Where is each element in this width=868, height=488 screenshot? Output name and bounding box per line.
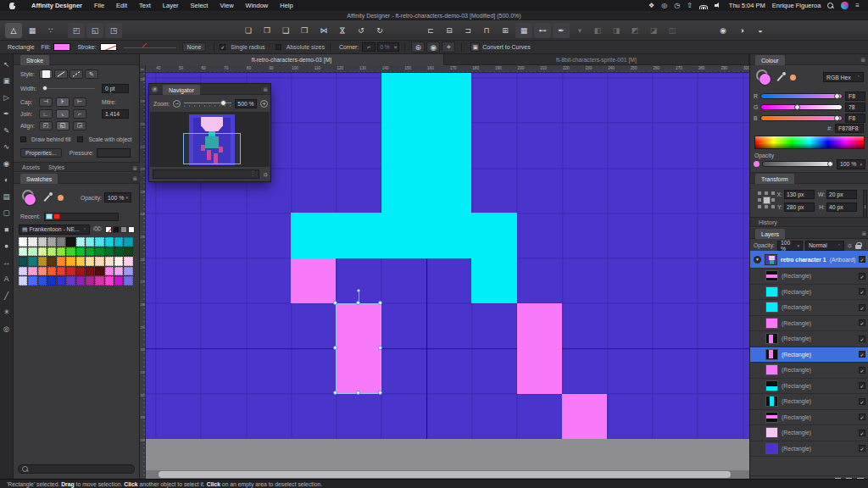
corner-type-dropdown[interactable]: ⌐	[362, 42, 376, 52]
export-persona-icon[interactable]: ∵	[42, 23, 59, 38]
pen-caret-icon[interactable]: ▾	[571, 23, 588, 38]
palette-swatch[interactable]	[95, 267, 103, 276]
record-icon[interactable]: ◎	[661, 2, 667, 9]
palette-swatch[interactable]	[28, 276, 36, 286]
transparency-tool-icon[interactable]: ◐	[2, 175, 12, 185]
layer-row[interactable]: (Rectangle)✓	[750, 441, 868, 458]
layer-row[interactable]: (Rectangle)✓	[750, 394, 868, 410]
field-input[interactable]: 280 px	[784, 202, 815, 212]
zoom-out-icon[interactable]: −	[173, 100, 181, 108]
intersect-icon[interactable]: ◩	[626, 23, 643, 38]
visibility-checkbox[interactable]: ✓	[859, 273, 865, 280]
cycle-selection-icon[interactable]: ◉	[426, 42, 440, 53]
tab-history[interactable]: History	[759, 219, 777, 225]
selection-handle[interactable]	[378, 346, 382, 350]
ruler-unit-corner[interactable]: px	[140, 65, 146, 73]
visibility-checkbox[interactable]: ✓	[859, 288, 865, 295]
stroke-style-brush-button[interactable]: ✎	[85, 69, 98, 79]
layer-row-artboard[interactable]: ▼ retro character 1 (Artboard) ✓	[750, 251, 868, 269]
eyedropper-icon[interactable]	[777, 72, 786, 82]
hex-field[interactable]: F878F8	[835, 124, 864, 133]
visibility-checkbox[interactable]: ✓	[859, 398, 865, 405]
selection-handle[interactable]	[356, 301, 360, 305]
menu-edit[interactable]: Edit	[110, 2, 133, 9]
visibility-checkbox[interactable]: ✓	[859, 413, 865, 420]
layer-row-selected[interactable]: (Rectangle)✓	[750, 347, 868, 363]
visibility-checkbox[interactable]: ✓	[859, 256, 865, 263]
layer-row[interactable]: (Rectangle)✓	[750, 425, 868, 441]
menu-layer[interactable]: Layer	[157, 2, 185, 9]
stroke-swatch[interactable]	[100, 43, 117, 51]
rectangle-tool-icon[interactable]: ■	[2, 225, 12, 234]
tab-assets[interactable]: Assets	[22, 164, 40, 170]
palette-swatch[interactable]	[66, 257, 75, 266]
scale-with-object-checkbox[interactable]: Scale with object	[77, 136, 131, 142]
text-tool-icon[interactable]: A	[2, 274, 12, 284]
cap-option-1[interactable]: ⊦	[56, 97, 70, 107]
gray-swatch[interactable]	[120, 226, 127, 233]
absolute-sizes-checkbox[interactable]: Absolute sizes	[275, 44, 325, 50]
blend-mode-dropdown[interactable]: Normal⌃	[805, 241, 844, 251]
tab-swatches[interactable]: Swatches	[20, 174, 58, 184]
palette-swatch[interactable]	[76, 267, 85, 276]
palette-swatch[interactable]	[19, 267, 27, 276]
palette-swatch[interactable]	[28, 257, 36, 266]
menu-help[interactable]: Help	[274, 2, 298, 9]
wifi-icon[interactable]	[699, 3, 708, 9]
channel-value-field[interactable]: 78	[845, 103, 865, 112]
palette-swatch[interactable]	[57, 237, 65, 247]
flip-horizontal-icon[interactable]: ⋈	[315, 23, 332, 38]
gradient-mode-icon[interactable]: ◑	[733, 23, 750, 38]
palette-swatch[interactable]	[105, 247, 114, 257]
menu-user[interactable]: Enrique Figueroa	[772, 2, 821, 9]
gear-icon[interactable]: ☼	[847, 241, 853, 249]
palette-swatch[interactable]	[66, 237, 75, 247]
align-center-icon[interactable]: ⊟	[441, 23, 458, 38]
visibility-checkbox[interactable]: ✓	[859, 336, 865, 342]
palette-swatch[interactable]	[105, 267, 114, 276]
menu-select[interactable]: Select	[185, 2, 214, 9]
close-icon[interactable]: ✕	[152, 86, 158, 92]
palette-swatch[interactable]	[105, 237, 114, 247]
pen-tool-icon[interactable]: ✒	[2, 109, 12, 119]
palette-swatch[interactable]	[95, 237, 103, 247]
selection-handle[interactable]	[378, 391, 382, 395]
panel-menu-icon[interactable]: ≣	[132, 165, 136, 172]
expand-icon[interactable]: ▼	[754, 256, 761, 263]
rotate-cw-icon[interactable]: ↻	[371, 23, 388, 38]
rotation-handle[interactable]	[357, 289, 360, 292]
swatches-opacity-dropdown[interactable]: 100 %▾	[104, 192, 131, 202]
spotlight-search-icon[interactable]	[827, 3, 834, 9]
palette-swatch[interactable]	[86, 247, 94, 257]
palette-swatch[interactable]	[114, 257, 123, 266]
sprite-rectangle[interactable]	[291, 213, 516, 258]
doc-tab-1[interactable]: ft-8bit-characters-sprite-001 [M]	[444, 54, 749, 65]
palette-swatch[interactable]	[19, 257, 27, 266]
menu-text[interactable]: Text	[133, 2, 157, 9]
lock-icon[interactable]	[855, 242, 861, 249]
layer-row[interactable]: (Rectangle)✓	[750, 363, 868, 379]
pixel-persona-icon[interactable]: ▦	[24, 23, 41, 38]
notification-center-icon[interactable]: ≡	[855, 2, 860, 9]
snap-options-icon[interactable]: ⌖	[442, 42, 455, 53]
sprite-rectangle[interactable]	[471, 258, 516, 303]
combine-icon[interactable]: ◫	[664, 23, 681, 38]
palette-swatch[interactable]	[124, 237, 132, 247]
brush-tool-icon[interactable]: ∿	[2, 142, 12, 152]
image-tool-icon[interactable]: ▤	[2, 191, 12, 201]
move-to-back-icon[interactable]: ❏	[240, 23, 257, 38]
stroke-width-slider-left[interactable]	[42, 85, 95, 92]
colour-mode-dropdown[interactable]: RGB Hex⌃	[823, 72, 864, 82]
apple-menu-icon[interactable]	[9, 3, 15, 9]
palette-swatch[interactable]	[95, 247, 103, 257]
align-right-icon[interactable]: ⊐	[459, 23, 476, 38]
layer-row[interactable]: (Rectangle)✓	[750, 285, 868, 301]
add-icon[interactable]: ◧	[589, 23, 606, 38]
palette-swatch[interactable]	[47, 257, 56, 266]
panel-menu-icon[interactable]: ≣	[861, 230, 865, 237]
zoom-slider[interactable]	[184, 99, 231, 108]
pressure-field[interactable]	[97, 148, 131, 158]
palette-swatch[interactable]	[47, 267, 56, 276]
channel-slider[interactable]	[760, 115, 843, 121]
stroke-width-slider[interactable]	[124, 44, 176, 51]
